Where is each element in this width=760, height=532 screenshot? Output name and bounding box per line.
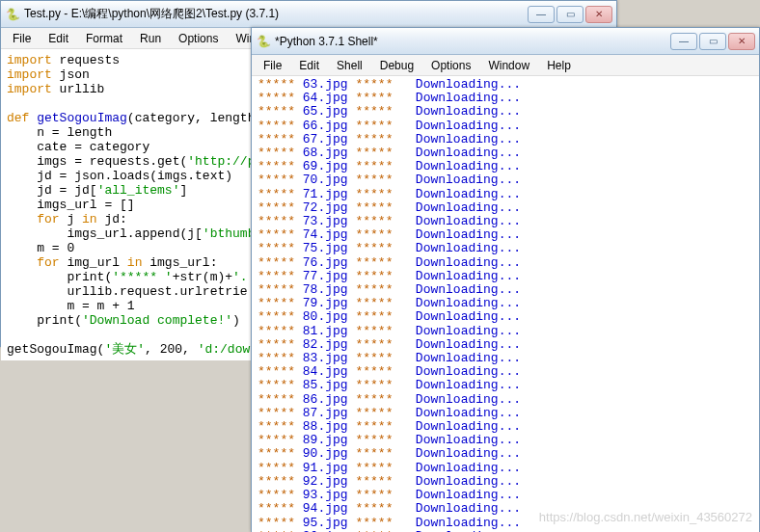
editor-menu-options[interactable]: Options [171, 30, 226, 47]
python-icon: 🐍 [256, 34, 271, 49]
maximize-button[interactable]: ▭ [699, 33, 726, 50]
editor-titlebar[interactable]: 🐍 Test.py - E:\编程\python\网络爬图2\Test.py (… [1, 1, 616, 28]
editor-menu-edit[interactable]: Edit [41, 30, 76, 47]
close-button[interactable]: ✕ [585, 6, 612, 23]
shell-window: 🐍 *Python 3.7.1 Shell* — ▭ ✕ FileEditShe… [251, 27, 760, 532]
python-icon: 🐍 [5, 7, 20, 22]
shell-menu-debug[interactable]: Debug [372, 57, 421, 74]
shell-title: *Python 3.7.1 Shell* [275, 35, 670, 48]
editor-title: Test.py - E:\编程\python\网络爬图2\Test.py (3.… [24, 6, 528, 22]
editor-menu-format[interactable]: Format [78, 30, 130, 47]
minimize-button[interactable]: — [670, 33, 697, 50]
shell-titlebar[interactable]: 🐍 *Python 3.7.1 Shell* — ▭ ✕ [252, 28, 759, 55]
shell-menu-options[interactable]: Options [423, 57, 478, 74]
shell-menu-file[interactable]: File [256, 57, 289, 74]
shell-menu-shell[interactable]: Shell [329, 57, 370, 74]
editor-window-buttons: — ▭ ✕ [528, 6, 612, 23]
shell-window-buttons: — ▭ ✕ [670, 33, 755, 50]
editor-menu-run[interactable]: Run [132, 30, 169, 47]
shell-menu-help[interactable]: Help [539, 57, 579, 74]
editor-menu-file[interactable]: File [5, 30, 39, 47]
minimize-button[interactable]: — [528, 6, 555, 23]
shell-menu-window[interactable]: Window [480, 57, 537, 74]
shell-menu-edit[interactable]: Edit [291, 57, 327, 74]
shell-menubar: FileEditShellDebugOptionsWindowHelp [252, 55, 759, 76]
shell-output[interactable]: ***** 63.jpg ***** Downloading... ***** … [252, 76, 759, 532]
close-button[interactable]: ✕ [728, 33, 755, 50]
maximize-button[interactable]: ▭ [556, 6, 584, 23]
